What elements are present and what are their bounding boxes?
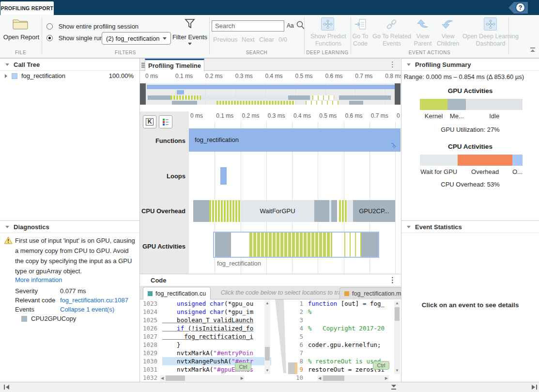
range-handle-left[interactable] [140, 83, 146, 105]
code-line[interactable]: 1025 boolean_T validLaunch [140, 316, 271, 324]
radio-circle-selected[interactable] [46, 35, 53, 41]
go-to-related-events-label[interactable]: Go To RelatedEvents [370, 33, 414, 47]
search-next-button[interactable]: Next [242, 36, 255, 43]
cpu-overhead-event-bar[interactable] [314, 200, 329, 222]
m-horizontal-scrollbar[interactable]: ◀ ▶ [317, 375, 389, 381]
tab-profiling-timeline[interactable]: Profiling Timeline [145, 59, 204, 71]
cu-vertical-scrollbar[interactable]: ▲ ▼ [264, 300, 270, 374]
scrollbar-thumb[interactable] [265, 347, 270, 361]
gpu-kernel-bars[interactable] [249, 233, 332, 257]
kebab-menu-icon[interactable]: ⋮ [389, 61, 396, 68]
scroll-down-icon[interactable]: ▼ [265, 368, 269, 373]
code-line[interactable]: 1031 nvtxMarkA("#gpuEmxRes [140, 365, 271, 374]
code-line[interactable]: 1028 } [140, 341, 271, 349]
code-line[interactable]: 7 [291, 349, 400, 357]
cu-code-pane[interactable]: 1023 unsigned char(*gpu_ou1024 unsigned … [140, 299, 271, 382]
scroll-right-icon[interactable]: ▶ [241, 376, 244, 381]
show-predict-functions-button[interactable] [321, 17, 334, 31]
help-icon[interactable]: ? [515, 2, 525, 13]
gpu-activities-group-box[interactable] [213, 232, 379, 258]
functions-event-bar[interactable]: fog_rectification [189, 128, 400, 152]
view-parent-button[interactable] [417, 17, 429, 31]
tab-m-file[interactable]: fog_rectification.m [339, 287, 406, 299]
go-to-code-button[interactable] [354, 18, 367, 31]
filter-events-label[interactable]: Filter Events [170, 33, 209, 41]
radio-circle[interactable] [46, 23, 53, 30]
scroll-right-icon[interactable]: ▶ [385, 376, 388, 381]
view-children-label[interactable]: ViewChildren [434, 33, 462, 47]
scrollbar-thumb[interactable] [395, 307, 400, 321]
collapse-toolbar-icon[interactable] [529, 47, 536, 54]
cpu-overhead-event-bar[interactable] [331, 200, 337, 222]
call-tree-panel-header[interactable]: Call Tree [0, 58, 139, 71]
collapse-right-panel-icon[interactable] [531, 384, 538, 392]
scroll-left-icon[interactable]: ◀ [161, 376, 164, 381]
diagnostic-event-item[interactable]: CPU2GPUCopy [31, 315, 76, 322]
search-input[interactable] [212, 20, 284, 31]
wait-for-gpu-event-bar[interactable]: WaitForGPU [241, 200, 314, 222]
tab-cu-file[interactable]: fog_rectification.cu [143, 287, 211, 299]
code-line[interactable]: 1026 if (!isInitialized_fo [140, 324, 271, 332]
gpu2cpu-copy-event-bar[interactable]: GPU2CP... [353, 200, 395, 222]
filter-events-button[interactable] [184, 18, 196, 31]
kebab-menu-icon[interactable]: ⋮ [389, 277, 396, 283]
code-line[interactable]: 4% Copyright 2017-20 [291, 324, 400, 332]
code-line[interactable]: 1030 nvtxRangePushA("#entr [140, 357, 271, 365]
cpu-overhead-event-bar[interactable] [209, 200, 241, 222]
event-statistics-panel-header[interactable]: Event Statistics [401, 220, 539, 233]
search-clear-button[interactable]: Clear [259, 36, 274, 43]
code-line[interactable]: 1027 fog_rectification_i [140, 332, 271, 341]
search-previous-button[interactable]: Previous [213, 36, 238, 43]
legend-toggle-button[interactable] [159, 115, 172, 128]
profiling-summary-panel-header[interactable]: Profiling Summary [401, 58, 539, 71]
collapse-caret-icon[interactable] [407, 226, 411, 228]
code-line[interactable]: 1023 unsigned char(*gpu_ou [140, 299, 271, 308]
code-line[interactable]: 6coder.gpu.kernelfun; [291, 341, 400, 349]
filter-events-caret-icon[interactable] [188, 43, 192, 45]
code-line[interactable]: 1029 nvtxMarkA("#entryPoin [140, 349, 271, 357]
collapse-bottom-panel-icon[interactable] [390, 384, 397, 392]
scroll-down-icon[interactable]: ▼ [395, 368, 399, 373]
kernel-names-toggle-button[interactable]: K [143, 115, 156, 128]
open-report-button[interactable] [12, 17, 29, 31]
show-predict-functions-label[interactable]: Show PredictFunctions [304, 33, 353, 47]
run-select-dropdown[interactable]: (2) fog_rectification [102, 32, 171, 45]
code-line[interactable]: 2% [291, 308, 400, 316]
scroll-up-icon[interactable]: ▲ [395, 301, 399, 306]
collapse-caret-icon[interactable] [5, 63, 9, 66]
loops-event-bar[interactable] [220, 167, 227, 185]
code-line[interactable]: 5 [291, 332, 400, 341]
m-vertical-scrollbar[interactable]: ▲ ▼ [394, 300, 400, 374]
go-to-related-events-button[interactable] [385, 18, 398, 31]
tree-expand-icon[interactable] [5, 74, 7, 78]
radio-single-run[interactable]: Show single run [46, 34, 103, 42]
gpu-event-bar[interactable] [215, 233, 231, 257]
scrollbar-thumb[interactable] [323, 376, 344, 381]
range-handle-right[interactable] [395, 83, 400, 105]
code-line[interactable]: 1function [out] = fog_ [291, 299, 400, 308]
relevant-code-link[interactable]: fog_rectification.cu:1087 [60, 297, 128, 304]
cpu-overhead-event-bar[interactable] [339, 200, 347, 222]
open-report-label[interactable]: Open Report [3, 33, 40, 41]
radio-entire-session[interactable]: Show entire profiling session [46, 23, 139, 30]
code-line[interactable]: 3 [291, 316, 400, 324]
open-deep-learning-dashboard-label[interactable]: Open Deep LearningDashboard [462, 33, 520, 47]
collapse-caret-icon[interactable] [5, 226, 9, 228]
scrollbar-thumb[interactable] [166, 376, 185, 381]
gpu-kernel-bars[interactable] [344, 233, 362, 257]
diagnostics-panel-header[interactable]: Diagnostics [0, 220, 139, 233]
cpu-overhead-event-bar[interactable] [347, 200, 353, 222]
expand-children-icon[interactable] [390, 142, 397, 151]
case-sensitive-toggle[interactable]: Aa [287, 22, 294, 29]
tab-profiling-report[interactable]: PROFILING REPORT [0, 1, 54, 15]
more-information-link[interactable]: More information [15, 276, 62, 283]
overview-strip[interactable] [140, 83, 400, 105]
collapse-left-panel-icon[interactable] [3, 384, 10, 392]
open-deep-learning-dashboard-button[interactable] [484, 17, 497, 31]
collapse-events-link[interactable]: Collapse 1 event(s) [60, 306, 114, 313]
view-children-button[interactable] [442, 17, 453, 31]
cu-horizontal-scrollbar[interactable]: ◀ ▶ [160, 375, 245, 381]
cpu-overhead-event-bar[interactable] [193, 200, 209, 222]
code-line[interactable]: 1024 unsigned char(*gpu_im [140, 308, 271, 316]
scroll-left-icon[interactable]: ◀ [318, 376, 321, 381]
